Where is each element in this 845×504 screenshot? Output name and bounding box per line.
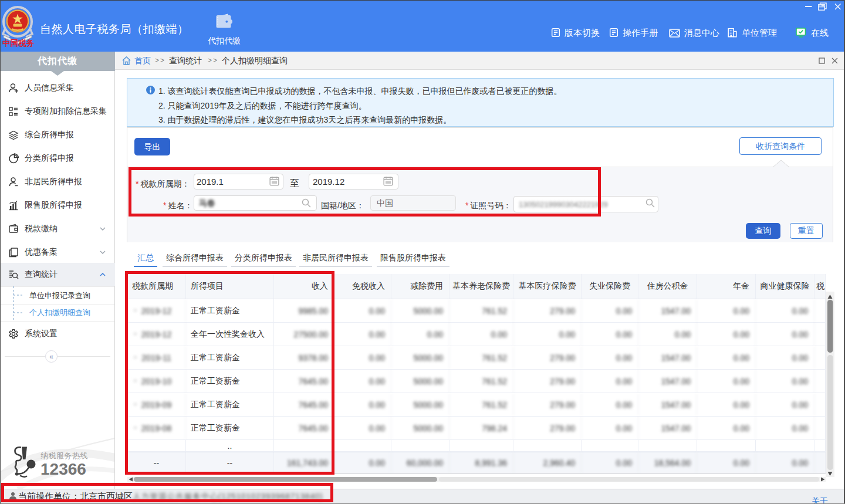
svg-text:中国税务: 中国税务	[2, 39, 35, 47]
